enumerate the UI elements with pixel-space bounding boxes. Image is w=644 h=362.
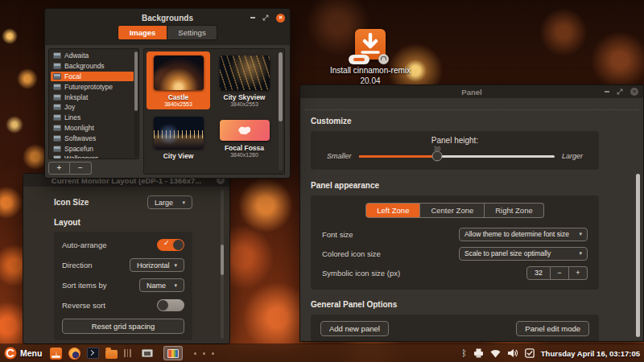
- terminal-icon[interactable]: [87, 348, 99, 359]
- panel-height-slider-row: Smaller 36 Larger: [319, 152, 591, 160]
- tools-emblem-icon: [349, 55, 369, 64]
- add-new-panel-button[interactable]: Add new panel: [320, 321, 389, 336]
- maximize-icon[interactable]: [262, 14, 269, 21]
- notifications-icon[interactable]: [525, 348, 535, 358]
- dimmed-applet-icon[interactable]: [124, 349, 131, 357]
- scrollbar-handle[interactable]: [279, 52, 283, 121]
- spinner-decrease-button[interactable]: −: [551, 266, 569, 280]
- spinner-increase-button[interactable]: +: [569, 266, 588, 280]
- minimize-icon[interactable]: [605, 91, 609, 93]
- icon-size-dropdown[interactable]: Large ▾: [147, 195, 192, 209]
- direction-row: Direction Horizontal ▾: [62, 255, 184, 275]
- folder-label: Joy: [64, 103, 75, 111]
- folder-item-selected[interactable]: Focal: [51, 72, 134, 82]
- auto-arrange-toggle[interactable]: ✓: [157, 239, 184, 251]
- folder-item[interactable]: Inksplat: [51, 92, 134, 102]
- screenshot-icon: [142, 349, 153, 357]
- slider-handle[interactable]: [431, 151, 442, 162]
- city-skyview-thumbnail: [220, 56, 270, 90]
- wallpaper-tile[interactable]: City Skyview 3840x2553: [213, 51, 276, 109]
- direction-value: Horizontal: [137, 261, 170, 269]
- font-size-dropdown[interactable]: Allow theme to determine font size ▾: [459, 228, 588, 241]
- backgrounds-header: Backgrounds × Images Settings: [45, 9, 290, 45]
- wallpaper-resolution: 3840x2553: [230, 101, 258, 107]
- cinnamon-menu-icon: [4, 347, 17, 360]
- wallpaper-resolution: 3840x2553: [164, 101, 192, 107]
- network-icon[interactable]: [490, 349, 501, 358]
- panel-window-title: Panel: [461, 88, 481, 97]
- files-icon[interactable]: [105, 350, 118, 359]
- tab-images[interactable]: Images: [118, 25, 167, 40]
- wallpaper-tile-selected[interactable]: Castle 3840x2553: [147, 51, 210, 109]
- installer-icon-label: Install cinnamon-remix 20.04: [328, 66, 412, 86]
- folder-label: Backgrounds: [64, 62, 105, 70]
- tab-left-zone[interactable]: Left Zone: [365, 203, 420, 218]
- taskbar-launchers: ↓: [50, 346, 214, 360]
- bluetooth-icon[interactable]: ᛒ: [461, 349, 467, 358]
- reset-grid-spacing-button[interactable]: Reset grid spacing: [62, 319, 184, 334]
- close-icon[interactable]: ×: [630, 88, 638, 96]
- scrollbar-handle[interactable]: [221, 245, 224, 275]
- folder-item[interactable]: Softwaves: [51, 133, 134, 143]
- folder-item[interactable]: Adwaita: [51, 51, 134, 61]
- chevron-down-icon: ▾: [579, 231, 582, 237]
- folder-item[interactable]: Backgrounds: [51, 61, 134, 72]
- icon-size-label: Icon Size: [54, 198, 89, 207]
- desktop: Install cinnamon-remix 20.04 Panel × Cus…: [0, 0, 644, 362]
- direction-dropdown[interactable]: Horizontal ▾: [130, 258, 184, 272]
- menu-button[interactable]: Menu: [4, 347, 42, 360]
- wallpaper-grid-panel: Castle 3840x2553 City Skyview 3840x2553 …: [143, 48, 285, 175]
- toggle-knob: [158, 300, 168, 311]
- folder-item[interactable]: Wallpapers: [51, 154, 134, 159]
- photo-icon: [167, 349, 179, 358]
- image-icon: [53, 155, 61, 159]
- folder-item[interactable]: Joy: [51, 102, 134, 113]
- close-icon[interactable]: ×: [276, 14, 285, 23]
- installer-desktop-icon[interactable]: Install cinnamon-remix 20.04: [328, 29, 412, 86]
- tab-center-zone[interactable]: Center Zone: [420, 203, 485, 218]
- volume-icon[interactable]: [507, 348, 518, 358]
- tab-settings[interactable]: Settings: [167, 25, 217, 40]
- minimize-icon[interactable]: [250, 17, 255, 19]
- wallpaper-grid-scrollbar[interactable]: [279, 52, 283, 171]
- font-size-label: Font size: [322, 230, 353, 239]
- colored-icon-value: Scale to panel size optimally: [464, 249, 551, 257]
- folder-item[interactable]: Lines: [51, 113, 134, 123]
- panel-height-slider[interactable]: 36: [359, 155, 555, 158]
- appearance-heading: Panel appearance: [311, 181, 599, 190]
- panel-scrollbar[interactable]: [636, 174, 640, 337]
- colored-icon-dropdown[interactable]: Scale to panel size optimally ▾: [459, 247, 588, 261]
- clock[interactable]: Thursday April 16, 03:17:05: [541, 349, 640, 358]
- monitor-layout-window: Current Monitor Layout (eDP-1 - 1366x7..…: [23, 173, 230, 344]
- folder-item[interactable]: Spacefun: [51, 143, 134, 154]
- image-icon: [53, 104, 61, 110]
- window-button-screenshot[interactable]: [138, 346, 157, 360]
- remove-folder-button[interactable]: −: [70, 162, 92, 175]
- wallpaper-tile[interactable]: City View: [147, 113, 210, 162]
- scrollbar-handle[interactable]: [134, 51, 138, 111]
- firefox-icon[interactable]: [68, 348, 80, 360]
- folder-item[interactable]: Moonlight: [51, 123, 134, 134]
- folder-label: Wallpapers: [64, 154, 98, 159]
- maximize-icon[interactable]: [617, 88, 623, 95]
- folder-item[interactable]: Futureprototype: [51, 81, 134, 92]
- slider-min-label: Smaller: [327, 152, 352, 160]
- image-icon: [53, 84, 61, 90]
- printer-icon[interactable]: [473, 348, 484, 358]
- add-folder-button[interactable]: +: [48, 162, 70, 175]
- backgrounds-titlebar[interactable]: Backgrounds ×: [45, 10, 290, 25]
- sort-items-dropdown[interactable]: Name ▾: [139, 278, 184, 292]
- panel-window-controls: ×: [605, 85, 638, 98]
- installer-launcher-icon[interactable]: ↓: [50, 348, 62, 360]
- panel-titlebar[interactable]: Panel ×: [300, 85, 643, 98]
- panel-edit-mode-button[interactable]: Panel edit mode: [516, 321, 589, 336]
- window-button-backgrounds[interactable]: [163, 346, 183, 360]
- reverse-sort-toggle[interactable]: [157, 299, 184, 311]
- spinner-value[interactable]: 32: [526, 266, 551, 280]
- tab-right-zone[interactable]: Right Zone: [485, 203, 543, 218]
- folder-list-scrollbar[interactable]: [134, 51, 138, 157]
- panel-height-card: Panel height: Smaller 36 Larger: [311, 131, 599, 170]
- slider-max-label: Larger: [562, 152, 583, 160]
- layout-scrollbar[interactable]: [221, 190, 224, 339]
- wallpaper-tile[interactable]: Focal Fossa 3840x1280: [213, 116, 276, 160]
